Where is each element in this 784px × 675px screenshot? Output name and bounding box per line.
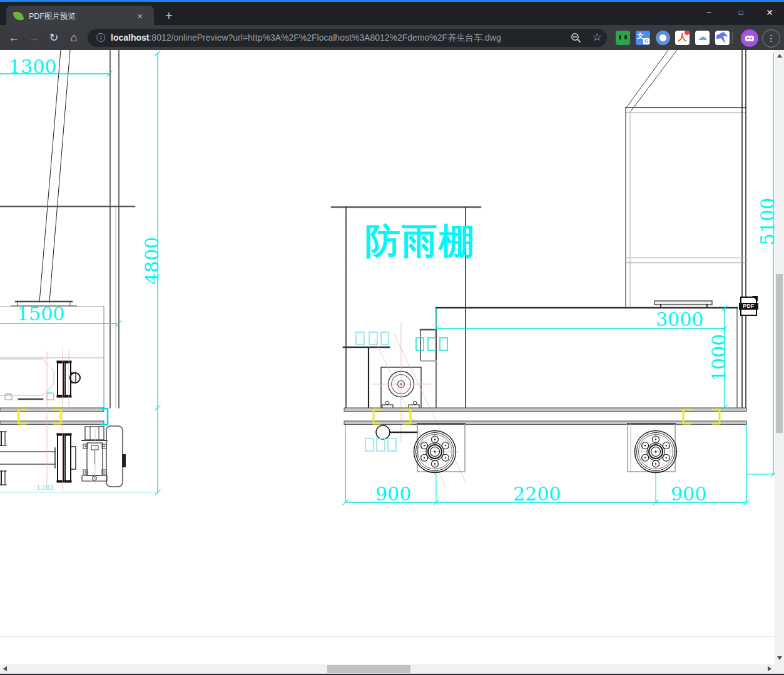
url-text[interactable]: localhost:8012/onlinePreview?url=http%3A… — [111, 32, 561, 43]
url-host: localhost — [111, 33, 149, 43]
new-tab-button[interactable]: + — [160, 7, 178, 24]
dimension-label-900-right: 900 — [671, 485, 706, 504]
canvas-edge-line — [0, 636, 775, 637]
url-path: :8012/onlinePreview?url=http%3A%2F%2Floc… — [149, 33, 501, 43]
translate-extension-icon[interactable]: 文 G — [636, 31, 650, 45]
forward-button[interactable]: → — [26, 30, 42, 46]
tab-close-icon[interactable]: × — [134, 10, 146, 23]
browser-menu-button[interactable]: ⋮ — [762, 29, 780, 48]
dimension-label-1385: 1385 — [36, 484, 54, 491]
window-close-button[interactable]: ✕ — [759, 4, 780, 23]
vertical-scrollbar-thumb[interactable] — [776, 274, 783, 433]
home-button[interactable]: ⌂ — [66, 30, 82, 46]
scroll-up-arrow-icon[interactable] — [777, 54, 782, 58]
dimension-label-2200: 2200 — [513, 485, 561, 504]
tab-bar: PDF图片预览 × + – □ ✕ — [0, 2, 784, 25]
ring-extension-icon[interactable] — [656, 31, 670, 45]
notification-dot — [684, 31, 690, 36]
browser-window: 1300 4800 1500 1385 5100 3000 1000 900 2… — [0, 0, 784, 675]
spring-leaf-favicon — [13, 11, 24, 22]
cloud-glyph: ☁ — [695, 31, 710, 43]
drawing-canvas: 1300 4800 1500 1385 5100 3000 1000 900 2… — [0, 50, 784, 675]
pdf-file-icon[interactable]: PDF — [740, 297, 757, 316]
dimension-label-1000: 1000 — [710, 334, 728, 382]
cloud-extension-icon[interactable]: ☁ — [695, 31, 710, 45]
dimension-label-1300: 1300 — [9, 58, 56, 76]
window-maximize-button[interactable]: □ — [730, 4, 751, 23]
person-badge-extension-icon[interactable]: 人 — [675, 31, 690, 45]
dimension-label-3000: 3000 — [656, 310, 703, 329]
scroll-down-arrow-icon[interactable] — [777, 656, 782, 660]
horizontal-scrollbar-thumb[interactable] — [327, 665, 410, 673]
bookmark-star-icon[interactable]: ☆ — [591, 31, 603, 44]
page-fold-icon — [752, 296, 758, 302]
bird-extension-icon[interactable] — [715, 31, 730, 45]
toolbar-divider — [732, 32, 733, 44]
tab-title: PDF图片预览 — [29, 11, 129, 21]
profile-avatar[interactable] — [741, 29, 758, 47]
translate-g-glyph: G — [643, 38, 649, 44]
dimension-label-1500: 1500 — [17, 305, 64, 323]
rain-shelter-label: 防雨棚 — [365, 222, 476, 260]
tampermonkey-extension-icon[interactable] — [616, 31, 630, 45]
back-button[interactable]: ← — [6, 30, 22, 46]
zoom-out-icon[interactable] — [571, 33, 582, 44]
pdf-badge-label: PDF — [739, 303, 758, 310]
site-info-icon[interactable]: ⓘ — [95, 32, 106, 43]
dimension-label-900-left: 900 — [375, 485, 411, 504]
scroll-right-arrow-icon[interactable] — [768, 666, 771, 671]
scroll-left-arrow-icon[interactable] — [3, 666, 7, 671]
window-minimize-button[interactable]: – — [698, 4, 720, 23]
dimension-label-4800: 4800 — [143, 237, 161, 285]
browser-tab[interactable]: PDF图片预览 × — [6, 6, 154, 27]
reload-button[interactable]: ↻ — [46, 30, 62, 46]
cad-drawing — [0, 0, 784, 675]
